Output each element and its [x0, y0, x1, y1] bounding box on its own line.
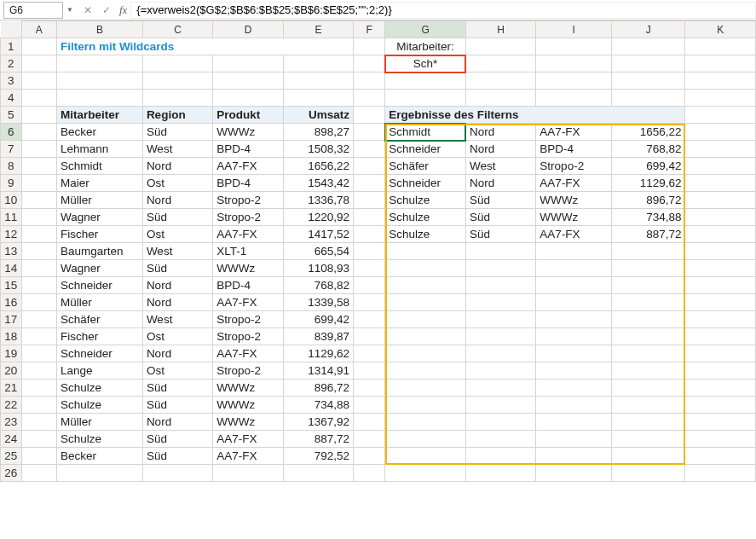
cell-I17[interactable]	[536, 311, 612, 328]
fx-icon[interactable]: fx	[119, 3, 127, 17]
cell-J15[interactable]	[611, 277, 685, 294]
col-header-H[interactable]: H	[465, 21, 535, 38]
cell-H9[interactable]: Nord	[465, 175, 535, 192]
cell-I20[interactable]	[536, 362, 612, 380]
cell-A21[interactable]	[21, 380, 56, 397]
cell-F13[interactable]	[354, 243, 385, 260]
cell-J3[interactable]	[611, 72, 685, 90]
cell-K21[interactable]	[685, 380, 756, 397]
cell-H10[interactable]: Süd	[465, 192, 535, 209]
cell-I11[interactable]: WWWz	[536, 209, 612, 226]
cell-C25[interactable]: Süd	[142, 448, 212, 465]
cell-K18[interactable]	[685, 328, 756, 345]
cell-C16[interactable]: Nord	[142, 294, 212, 311]
cell-C26[interactable]	[142, 465, 212, 482]
cell-J19[interactable]	[611, 345, 685, 362]
row-header-12[interactable]: 12	[1, 226, 22, 243]
cell-G3[interactable]	[385, 72, 466, 90]
cell-B15[interactable]: Schneider	[56, 277, 142, 294]
cell-E4[interactable]	[283, 90, 353, 107]
cell-E22[interactable]: 734,88	[283, 397, 353, 414]
cell-F2[interactable]	[354, 55, 385, 72]
row-header-17[interactable]: 17	[1, 311, 22, 328]
cell-K8[interactable]	[685, 158, 756, 175]
cell-I6[interactable]: AA7-FX	[536, 124, 612, 141]
cell-H6[interactable]: Nord	[465, 124, 535, 141]
cell-F22[interactable]	[354, 397, 385, 414]
cell-C4[interactable]	[142, 90, 212, 107]
cell-F12[interactable]	[354, 226, 385, 243]
cell-E12[interactable]: 1417,52	[283, 226, 353, 243]
cell-E20[interactable]: 1314,91	[283, 362, 353, 380]
row-header-19[interactable]: 19	[1, 345, 22, 362]
cell-J14[interactable]	[611, 260, 685, 277]
cell-B12[interactable]: Fischer	[56, 226, 142, 243]
cell-F1[interactable]	[354, 38, 385, 55]
row-header-4[interactable]: 4	[1, 90, 22, 107]
header-results[interactable]: Ergebnisse des Filterns	[385, 107, 685, 124]
cell-E13[interactable]: 665,54	[283, 243, 353, 260]
cell-B10[interactable]: Müller	[56, 192, 142, 209]
cell-A24[interactable]	[21, 431, 56, 448]
cell-H23[interactable]	[465, 414, 535, 431]
cell-D10[interactable]: Stropo-2	[213, 192, 283, 209]
cell-G22[interactable]	[385, 397, 466, 414]
cell-J7[interactable]: 768,82	[611, 141, 685, 158]
cell-J23[interactable]	[611, 414, 685, 431]
cell-E7[interactable]: 1508,32	[283, 141, 353, 158]
cell-J9[interactable]: 1129,62	[611, 175, 685, 192]
col-header-A[interactable]: A	[21, 21, 56, 38]
cell-H22[interactable]	[465, 397, 535, 414]
cell-E10[interactable]: 1336,78	[283, 192, 353, 209]
cell-G20[interactable]	[385, 362, 466, 380]
cell-H3[interactable]	[465, 72, 535, 90]
cell-B7[interactable]: Lehmann	[56, 141, 142, 158]
name-box[interactable]: G6	[3, 2, 63, 19]
header-region[interactable]: Region	[142, 107, 212, 124]
cell-E6[interactable]: 898,27	[283, 124, 353, 141]
cell-H8[interactable]: West	[465, 158, 535, 175]
cell-K22[interactable]	[685, 397, 756, 414]
cell-C13[interactable]: West	[142, 243, 212, 260]
cell-G9[interactable]: Schneider	[385, 175, 466, 192]
cell-J20[interactable]	[611, 362, 685, 380]
cell-G8[interactable]: Schäfer	[385, 158, 466, 175]
cell-K14[interactable]	[685, 260, 756, 277]
cell-G4[interactable]	[385, 90, 466, 107]
cell-D9[interactable]: BPD-4	[213, 175, 283, 192]
cell-J1[interactable]	[611, 38, 685, 55]
cell-B1[interactable]: Filtern mit Wildcards	[56, 38, 353, 55]
cell-E14[interactable]: 1108,93	[283, 260, 353, 277]
row-header-20[interactable]: 20	[1, 362, 22, 380]
cell-H11[interactable]: Süd	[465, 209, 535, 226]
cell-F23[interactable]	[354, 414, 385, 431]
cell-C2[interactable]	[142, 55, 212, 72]
cell-G23[interactable]	[385, 414, 466, 431]
cell-D12[interactable]: AA7-FX	[213, 226, 283, 243]
row-header-14[interactable]: 14	[1, 260, 22, 277]
cell-G7[interactable]: Schneider	[385, 141, 466, 158]
cell-I24[interactable]	[536, 431, 612, 448]
header-umsatz[interactable]: Umsatz	[283, 107, 353, 124]
cell-D25[interactable]: AA7-FX	[213, 448, 283, 465]
cell-C11[interactable]: Süd	[142, 209, 212, 226]
cell-K1[interactable]	[685, 38, 756, 55]
cell-A20[interactable]	[21, 362, 56, 380]
cell-F9[interactable]	[354, 175, 385, 192]
cell-J17[interactable]	[611, 311, 685, 328]
cell-A26[interactable]	[21, 465, 56, 482]
cell-F11[interactable]	[354, 209, 385, 226]
col-header-B[interactable]: B	[56, 21, 142, 38]
cell-K13[interactable]	[685, 243, 756, 260]
cell-I3[interactable]	[536, 72, 612, 90]
cell-E15[interactable]: 768,82	[283, 277, 353, 294]
cell-B18[interactable]: Fischer	[56, 328, 142, 345]
cell-C8[interactable]: Nord	[142, 158, 212, 175]
cell-I18[interactable]	[536, 328, 612, 345]
cell-A3[interactable]	[21, 72, 56, 90]
cell-I26[interactable]	[536, 465, 612, 482]
cell-C22[interactable]: Süd	[142, 397, 212, 414]
cell-H12[interactable]: Süd	[465, 226, 535, 243]
cell-K4[interactable]	[685, 90, 756, 107]
cell-G21[interactable]	[385, 380, 466, 397]
